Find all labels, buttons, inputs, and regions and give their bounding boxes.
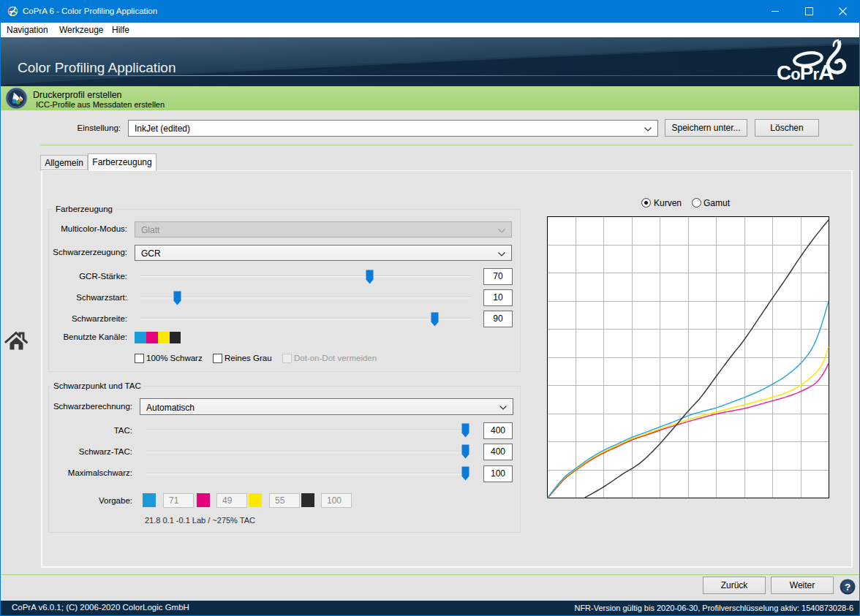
svg-text:CoPrA: CoPrA xyxy=(777,60,834,84)
svg-text:?: ? xyxy=(845,582,850,593)
